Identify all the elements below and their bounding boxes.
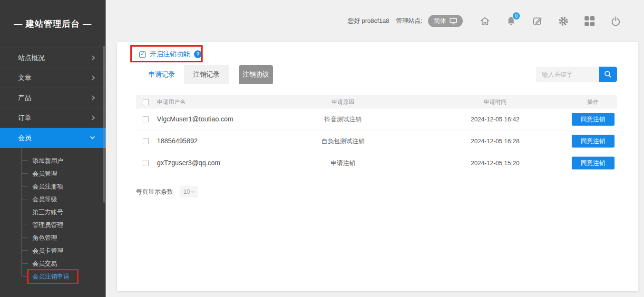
page-size-value: 10 — [184, 188, 190, 195]
home-icon — [479, 16, 490, 27]
search-button[interactable] — [599, 67, 617, 82]
submenu-item-member-card[interactable]: 会员卡管理 — [0, 244, 106, 257]
apps-button[interactable] — [584, 15, 595, 27]
sidebar-item-label: 产品 — [18, 94, 31, 102]
submenu-item-add-user[interactable]: 添加新用户 — [0, 154, 106, 167]
row-checkbox[interactable] — [143, 116, 149, 122]
header-icons: 0 — [479, 15, 621, 27]
row-time: 2024-12-05 16:28 — [421, 138, 569, 145]
col-header-action: 操作 — [569, 98, 617, 106]
search-bar — [536, 67, 617, 82]
tab-bar: 申请记录 注销记录 注销协议 — [139, 65, 273, 84]
table-row: gxTzguser3@qq.com 申请注销 2024-12-05 15:20 … — [136, 152, 617, 174]
row-time: 2024-12-05 15:20 — [421, 159, 569, 167]
page-size-label: 每页显示条数 — [136, 188, 173, 196]
agree-cancellation-button[interactable]: 同意注销 — [572, 157, 615, 169]
applications-table: 申请用户名 申请原因 申请时间 操作 VlgcMuser1@toutiao.co… — [136, 95, 617, 174]
sidebar-item-orders[interactable]: 订单 — [0, 108, 106, 128]
chevron-right-icon — [90, 96, 95, 100]
submenu-item-role-manage[interactable]: 角色管理 — [0, 231, 106, 244]
submenu-item-member-trade[interactable]: 会员交易 — [0, 257, 106, 270]
language-label: 简体 — [434, 17, 446, 25]
user-greeting: 您好 pro8cf1a8 — [348, 17, 389, 25]
row-username: 18856495892 — [157, 137, 198, 145]
gear-icon — [558, 16, 569, 27]
notification-badge: 0 — [513, 12, 520, 20]
settings-button[interactable] — [557, 15, 569, 27]
page-size-control: 每页显示条数 10 — [136, 186, 198, 198]
app-title: — 建站管理后台 — — [0, 0, 106, 48]
top-bar: 您好 pro8cf1a8 管理站点: 简体 0 — [106, 0, 644, 42]
compose-icon — [532, 16, 543, 27]
table-row: 18856495892 自负包测试注销 2024-12-05 16:28 同意注… — [136, 130, 617, 152]
table-header: 申请用户名 申请原因 申请时间 操作 — [136, 95, 617, 109]
row-reason: 抖音测试注销 — [264, 115, 421, 124]
row-username: VlgcMuser1@toutiao.com — [157, 115, 234, 123]
submenu-item-member-cancellation[interactable]: 会员注销申请 — [0, 270, 106, 283]
sidebar-scrollbar[interactable] — [103, 46, 105, 203]
row-checkbox[interactable] — [143, 160, 149, 166]
power-icon — [610, 16, 621, 27]
search-input[interactable] — [536, 67, 599, 82]
enable-cancellation-label: 开启注销功能 — [150, 50, 190, 59]
table-row: VlgcMuser1@toutiao.com 抖音测试注销 2024-12-05… — [136, 109, 617, 130]
agree-cancellation-button[interactable]: 同意注销 — [572, 135, 615, 148]
cancellation-toggle-row: 开启注销功能 ? — [139, 50, 202, 59]
sidebar: — 建站管理后台 — 站点概况 文章 产品 订单 会员 添加新用户 会员管理 会… — [0, 0, 106, 297]
col-header-username: 申请用户名 — [155, 98, 264, 106]
sidebar-item-products[interactable]: 产品 — [0, 88, 106, 108]
language-site-pill[interactable]: 简体 — [428, 15, 463, 27]
logout-button[interactable] — [610, 15, 621, 27]
sidebar-menu: 站点概况 文章 产品 订单 会员 添加新用户 会员管理 会员注册项 会员等级 第… — [0, 48, 106, 297]
chevron-down-icon — [191, 189, 195, 193]
tab-cancellation-records[interactable]: 注销记录 — [184, 65, 229, 84]
agree-cancellation-button[interactable]: 同意注销 — [572, 113, 615, 126]
sidebar-item-articles[interactable]: 文章 — [0, 68, 106, 88]
col-header-time: 申请时间 — [421, 98, 569, 106]
row-time: 2024-12-05 16:42 — [421, 116, 569, 123]
monitor-icon — [449, 18, 457, 25]
chevron-right-icon — [90, 76, 95, 80]
sidebar-item-label: 订单 — [18, 114, 31, 122]
sidebar-item-label: 会员 — [18, 134, 31, 142]
col-header-reason: 申请原因 — [264, 98, 421, 106]
search-icon — [603, 69, 613, 79]
grid-icon — [585, 16, 595, 26]
row-reason: 自负包测试注销 — [264, 137, 421, 146]
help-icon[interactable]: ? — [194, 50, 202, 58]
submenu-item-member-level[interactable]: 会员等级 — [0, 193, 106, 206]
row-checkbox[interactable] — [143, 138, 149, 144]
row-reason: 申请注销 — [264, 159, 421, 168]
enable-cancellation-checkbox[interactable] — [139, 51, 146, 58]
sidebar-item-site-overview[interactable]: 站点概况 — [0, 48, 106, 68]
sidebar-item-members[interactable]: 会员 — [0, 128, 106, 148]
tab-application-records[interactable]: 申请记录 — [139, 65, 184, 84]
chevron-right-icon — [90, 56, 95, 60]
chevron-down-icon — [90, 135, 95, 139]
members-submenu: 添加新用户 会员管理 会员注册项 会员等级 第三方账号 管理员管理 角色管理 会… — [0, 148, 106, 287]
sidebar-item-label: 站点概况 — [18, 54, 45, 62]
sidebar-item-distribution[interactable]: 分销 — [0, 294, 106, 297]
row-username: gxTzguser3@qq.com — [157, 159, 220, 167]
submenu-item-thirdparty-account[interactable]: 第三方账号 — [0, 206, 106, 218]
content-card: 开启注销功能 ? 申请记录 注销记录 注销协议 申请用户名 申请原因 申请时间 … — [117, 42, 638, 291]
page-size-select[interactable]: 10 — [180, 186, 198, 198]
tab-cancellation-agreement[interactable]: 注销协议 — [239, 65, 273, 84]
compose-button[interactable] — [531, 15, 543, 27]
sidebar-item-label: 文章 — [18, 74, 31, 82]
home-button[interactable] — [479, 15, 490, 27]
notifications-button[interactable]: 0 — [505, 15, 517, 27]
submenu-item-admin-manage[interactable]: 管理员管理 — [0, 218, 106, 231]
manage-site-label: 管理站点: — [396, 17, 422, 25]
submenu-item-register-fields[interactable]: 会员注册项 — [0, 180, 106, 193]
select-all-checkbox[interactable] — [143, 99, 149, 105]
submenu-item-member-manage[interactable]: 会员管理 — [0, 167, 106, 180]
chevron-right-icon — [90, 116, 95, 120]
